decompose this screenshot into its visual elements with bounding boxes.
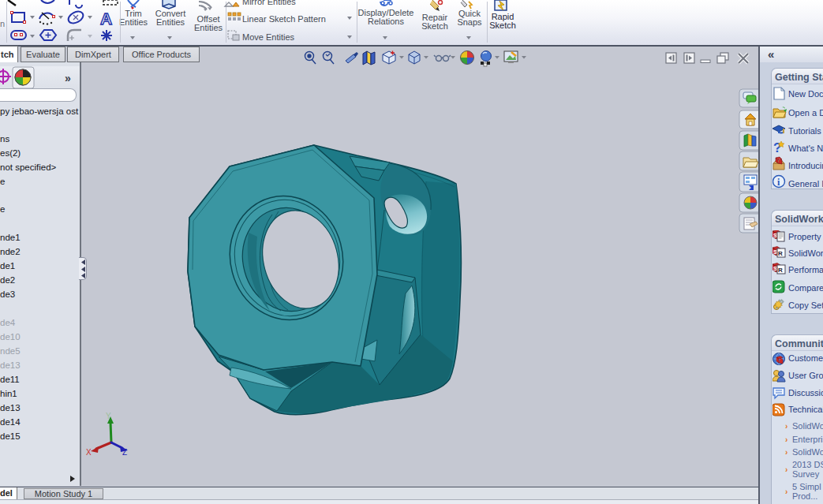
svg-text:Z: Z: [122, 448, 127, 457]
svg-text:Y: Y: [106, 412, 111, 420]
svg-text:»: »: [65, 72, 71, 84]
svg-text:R: R: [778, 267, 783, 274]
svg-text:S: S: [773, 233, 777, 238]
svg-text:S: S: [773, 249, 777, 255]
svg-text:?: ?: [773, 140, 781, 155]
svg-text:S: S: [773, 266, 777, 271]
svg-text:R: R: [778, 250, 783, 257]
svg-text:X: X: [86, 448, 92, 457]
